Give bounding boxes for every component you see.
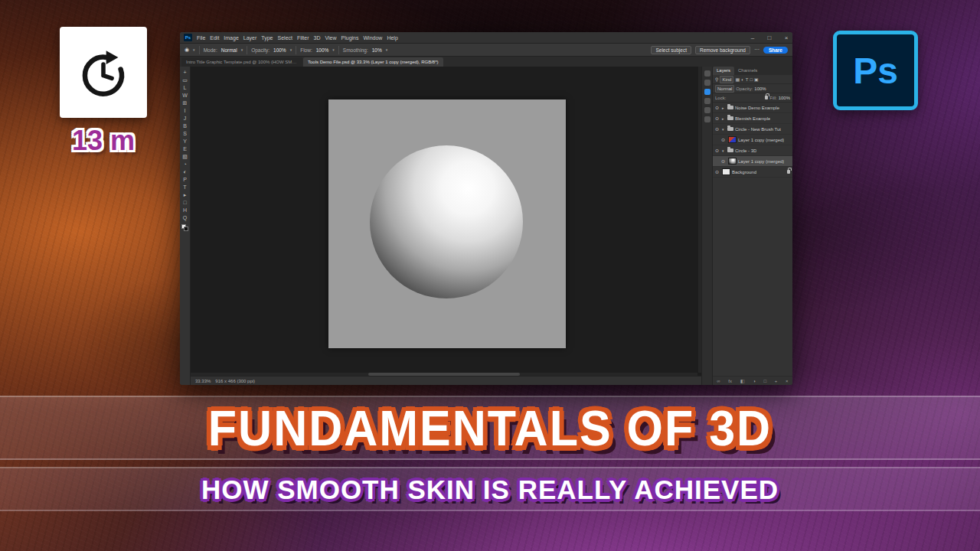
layer-row-layer1-copy-art[interactable]: ⊙ Layer 1 copy (merged) [713,135,792,145]
layer-row-circle-3d[interactable]: ⊙ ▾ Circle - 3D [713,145,792,156]
adjustment-layer-icon[interactable]: ◑ [753,379,756,383]
move-tool-icon[interactable]: + [180,69,190,77]
expand-caret-icon[interactable]: ▸ [722,116,726,121]
fill-value[interactable]: 100% [779,96,790,100]
mode-value[interactable]: Normal [221,47,237,53]
layer-style-icon[interactable]: fx [728,379,732,383]
lasso-tool-icon[interactable]: L [180,84,190,92]
eyedropper-tool-icon[interactable]: I [180,107,190,115]
layer-thumbnail[interactable] [728,136,737,143]
layer-row-blemish-example[interactable]: ⊙ ▸ Blemish Example [713,113,792,124]
document-canvas[interactable] [328,99,566,348]
brushes-panel-icon[interactable] [704,107,710,113]
visibility-icon[interactable]: ⊙ [715,169,720,174]
expand-caret-icon[interactable]: ▾ [722,127,726,132]
menu-window[interactable]: Window [364,35,383,41]
share-button[interactable]: Share [763,47,788,54]
libraries-panel-icon[interactable] [704,89,710,95]
shape-tool-icon[interactable]: □ [180,199,190,207]
menu-layer[interactable]: Layer [243,35,257,41]
visibility-icon[interactable]: ⊙ [715,105,720,110]
filter-shape-icon[interactable]: □ [750,77,753,82]
select-subject-button[interactable]: Select subject [651,46,691,54]
menu-filter[interactable]: Filter [297,35,309,41]
healing-brush-tool-icon[interactable]: J [180,115,190,122]
filter-pixel-icon[interactable]: ▦ [735,77,740,82]
dodge-tool-icon[interactable]: ◐ [180,168,190,176]
layer-row-noise-demo[interactable]: ⊙ ▸ Noise Demo Example [713,103,792,113]
link-layers-icon[interactable]: ∞ [717,379,720,383]
menu-select[interactable]: Select [278,35,292,41]
layer-row-background[interactable]: ⊙ Background [713,167,792,178]
layer-thumbnail[interactable] [722,168,730,175]
menu-3d[interactable]: 3D [314,35,321,41]
visibility-icon[interactable]: ⊙ [721,158,727,164]
layer-row-circle-new-brush[interactable]: ⊙ ▾ Circle - New Brush Tut [713,124,792,135]
new-group-icon[interactable]: □ [763,379,766,383]
mode-caret-icon[interactable]: ▾ [241,47,243,52]
adjustments-panel-icon[interactable] [704,98,710,104]
menu-help[interactable]: Help [387,35,397,41]
clone-stamp-tool-icon[interactable]: S [180,130,190,138]
path-selection-tool-icon[interactable]: ▸ [180,191,190,199]
expand-caret-icon[interactable]: ▾ [722,148,726,153]
visibility-icon[interactable]: ⊙ [721,137,727,142]
delete-layer-icon[interactable]: × [786,379,789,383]
visibility-icon[interactable]: ⊙ [715,148,720,153]
filter-type-icon[interactable]: T [746,77,749,82]
opacity-value[interactable]: 100% [754,86,766,91]
eraser-tool-icon[interactable]: E [180,145,190,153]
flow-value[interactable]: 100% [316,47,329,53]
opacity-caret-icon[interactable]: ▾ [290,47,292,52]
history-panel-icon[interactable] [704,116,710,122]
properties-panel-icon[interactable] [704,80,710,86]
menu-type[interactable]: Type [261,35,273,41]
filter-kind-select[interactable]: Kind [720,76,733,83]
flow-caret-icon[interactable]: ▾ [332,47,335,52]
visibility-icon[interactable]: ⊙ [715,126,720,132]
color-panel-icon[interactable] [704,70,710,77]
visibility-icon[interactable]: ⊙ [715,116,720,121]
marquee-tool-icon[interactable]: ▭ [180,77,190,84]
menu-edit[interactable]: Edit [210,35,219,41]
brush-preset-icon[interactable]: ◉ [185,47,189,53]
opacity-value[interactable]: 100% [273,47,286,53]
smoothing-value[interactable]: 10% [372,47,382,53]
more-options-icon[interactable]: ⋯ [754,47,760,53]
layer-row-layer1-copy-sphere-selected[interactable]: ⊙ Layer 1 copy (merged) [713,156,792,167]
lock-icon[interactable] [765,96,768,99]
remove-background-button[interactable]: Remove background [695,46,750,54]
brush-preset-caret-icon[interactable]: ▾ [193,47,195,52]
window-maximize-button[interactable]: □ [763,32,776,44]
blend-mode-select[interactable]: Normal [715,85,734,93]
expand-caret-icon[interactable]: ▸ [722,106,726,110]
menu-plugins[interactable]: Plugins [341,35,359,41]
tab-channels[interactable]: Channels [734,67,761,75]
menu-file[interactable]: File [197,35,205,41]
zoom-tool-icon[interactable]: Q [180,214,190,222]
pen-tool-icon[interactable]: P [180,176,190,184]
brush-tool-icon[interactable]: B [180,122,190,130]
layer-thumbnail[interactable] [728,158,737,165]
quick-selection-tool-icon[interactable]: W [180,92,190,99]
smoothing-caret-icon[interactable]: ▾ [386,47,388,52]
filter-adjustment-icon[interactable]: ◐ [741,77,744,82]
crop-tool-icon[interactable]: ⊞ [180,99,190,107]
blur-tool-icon[interactable]: ◔ [180,161,190,168]
zoom-level[interactable]: 33.33% [195,379,211,383]
window-minimize-button[interactable]: – [746,32,759,44]
filter-smart-icon[interactable]: ▣ [754,77,759,82]
hand-tool-icon[interactable]: H [180,207,190,214]
menu-image[interactable]: Image [224,35,238,41]
history-brush-tool-icon[interactable]: Y [180,138,190,145]
color-swatches[interactable] [181,224,188,231]
new-layer-icon[interactable]: + [775,379,778,383]
document-tab-intro-title[interactable]: Intro Title Graphic Template.psd @ 100% … [181,57,302,67]
tab-layers[interactable]: Layers [713,67,734,75]
gradient-tool-icon[interactable]: ▧ [180,153,190,161]
window-close-button[interactable]: × [780,32,792,44]
background-color-swatch[interactable] [184,227,188,231]
layer-mask-icon[interactable]: ◧ [740,378,745,383]
type-tool-icon[interactable]: T [180,184,190,191]
document-tab-tools-demo[interactable]: Tools Demo File.psd @ 33.3% (Layer 1 cop… [303,57,443,67]
